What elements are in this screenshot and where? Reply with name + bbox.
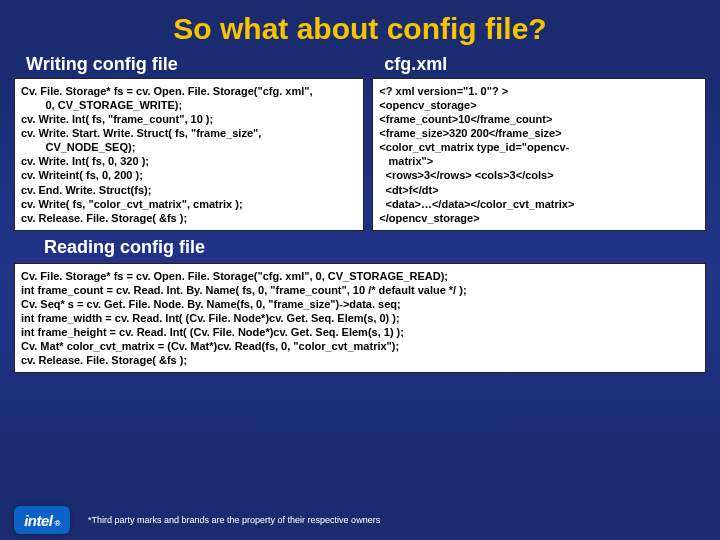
slide-title: So what about config file?: [0, 0, 720, 52]
xml-line: <data>…</data></color_cvt_matrix>: [379, 197, 699, 211]
code-line: cv. End. Write. Struct(fs);: [21, 183, 357, 197]
code-line: cv. Write. Int( fs, "frame_count", 10 );: [21, 112, 357, 126]
intel-logo: intel®: [14, 506, 70, 534]
code-line: CV_NODE_SEQ);: [21, 140, 357, 154]
heading-reading: Reading config file: [44, 237, 364, 258]
xml-line: <? xml version="1. 0"? >: [379, 84, 699, 98]
code-line: Cv. File. Storage* fs = cv. Open. File. …: [21, 84, 357, 98]
xml-code-box: <? xml version="1. 0"? > <opencv_storage…: [372, 78, 706, 231]
xml-line: <dt>f</dt>: [379, 183, 699, 197]
code-line: cv. Write( fs, "color_cvt_matrix", cmatr…: [21, 197, 357, 211]
code-line: int frame_count = cv. Read. Int. By. Nam…: [21, 283, 699, 297]
code-line: cv. Release. File. Storage( &fs );: [21, 353, 699, 367]
xml-line: </opencv_storage>: [379, 211, 699, 225]
registered-icon: ®: [54, 519, 59, 528]
writing-code-box: Cv. File. Storage* fs = cv. Open. File. …: [14, 78, 364, 231]
code-line: cv. Release. File. Storage( &fs );: [21, 211, 357, 225]
xml-line: <frame_count>10</frame_count>: [379, 112, 699, 126]
logo-text: intel: [24, 512, 52, 529]
code-line: 0, CV_STORAGE_WRITE);: [21, 98, 357, 112]
code-line: cv. Write. Start. Write. Struct( fs, "fr…: [21, 126, 357, 140]
reading-code-box: Cv. File. Storage* fs = cv. Open. File. …: [14, 263, 706, 374]
heading-xml: cfg.xml: [384, 54, 706, 75]
code-line: Cv. Mat* color_cvt_matrix = (Cv. Mat*)cv…: [21, 339, 699, 353]
xml-line: <frame_size>320 200</frame_size>: [379, 126, 699, 140]
heading-writing: Writing config file: [26, 54, 364, 75]
footer: intel® *Third party marks and brands are…: [14, 506, 706, 534]
footnote-text: *Third party marks and brands are the pr…: [88, 515, 380, 525]
xml-line: <rows>3</rows> <cols>3</cols>: [379, 168, 699, 182]
code-line: int frame_height = cv. Read. Int( (Cv. F…: [21, 325, 699, 339]
two-column-layout: Writing config file Cv. File. Storage* f…: [0, 52, 720, 261]
code-line: Cv. File. Storage* fs = cv. Open. File. …: [21, 269, 699, 283]
code-line: Cv. Seq* s = cv. Get. File. Node. By. Na…: [21, 297, 699, 311]
right-column: cfg.xml <? xml version="1. 0"? > <opencv…: [372, 52, 706, 261]
code-line: int frame_width = cv. Read. Int( (Cv. Fi…: [21, 311, 699, 325]
code-line: cv. Write. Int( fs, 0, 320 );: [21, 154, 357, 168]
left-column: Writing config file Cv. File. Storage* f…: [14, 52, 364, 261]
xml-line: <opencv_storage>: [379, 98, 699, 112]
code-line: cv. Writeint( fs, 0, 200 );: [21, 168, 357, 182]
xml-line: <color_cvt_matrix type_id="opencv-: [379, 140, 699, 154]
xml-line: matrix">: [379, 154, 699, 168]
